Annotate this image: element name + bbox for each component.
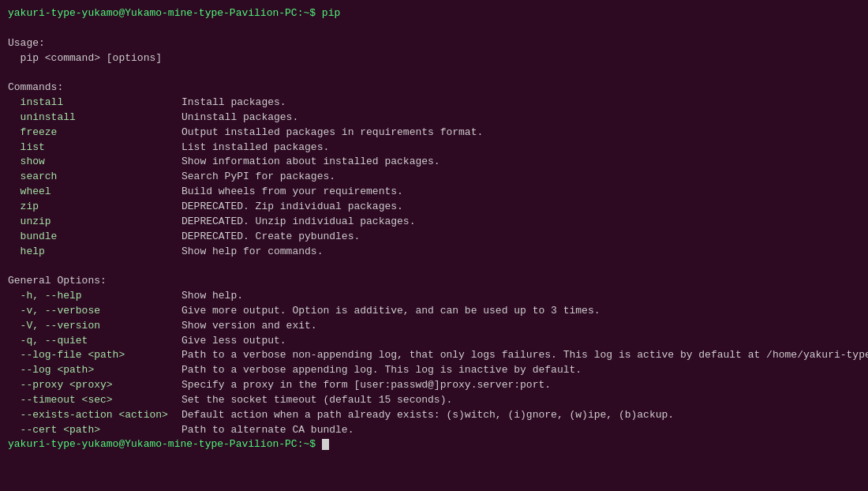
cmd-name: --log-file <path> (8, 348, 181, 363)
terminal-line: --log-file <path>Path to a verbose non-a… (8, 348, 860, 363)
terminal-content: yakuri-type-yukamo@Yukamo-mine-type-Pavi… (8, 6, 860, 452)
cmd-name: zip (8, 200, 181, 215)
cmd-desc: Build wheels from your requirements. (181, 186, 403, 197)
cmd-desc: Specify a proxy in the form [user:passwd… (181, 379, 551, 391)
cmd-desc: Path to a verbose non-appending log, tha… (181, 349, 868, 361)
cmd-desc: DEPRECATED. Zip individual packages. (181, 201, 403, 212)
terminal-line: uninstallUninstall packages. (8, 111, 860, 126)
terminal-line: -q, --quietGive less output. (8, 334, 860, 349)
cmd-name: -h, --help (8, 289, 181, 304)
cmd-name: bundle (8, 230, 181, 245)
section-header: Usage: (8, 37, 45, 49)
cmd-name: search (8, 170, 181, 185)
cmd-desc: List installed packages. (181, 141, 329, 153)
cursor (322, 439, 329, 450)
cmd-desc: Path to alternate CA bundle. (181, 424, 354, 436)
terminal-line: --cert <path>Path to alternate CA bundle… (8, 423, 860, 438)
cmd-desc: Set the socket timeout (default 15 secon… (181, 394, 452, 406)
cmd-desc: DEPRECATED. Unzip individual packages. (181, 216, 415, 227)
terminal-line: --exists-action <action>Default action w… (8, 408, 860, 423)
cmd-desc: Show information about installed package… (181, 156, 440, 167)
terminal-line (8, 259, 860, 274)
cmd-name: wheel (8, 185, 181, 200)
cmd-name: -v, --verbose (8, 304, 181, 319)
cmd-name: --proxy <proxy> (8, 378, 181, 393)
terminal-line: helpShow help for commands. (8, 245, 860, 260)
terminal-line (8, 66, 860, 81)
terminal-line: -v, --verboseGive more output. Option is… (8, 304, 860, 319)
terminal-line: installInstall packages. (8, 96, 860, 111)
terminal-line: listList installed packages. (8, 141, 860, 156)
cmd-desc: Output installed packages in requirement… (181, 126, 483, 138)
cmd-desc: Show help for commands. (181, 246, 323, 257)
terminal-line: pip <command> [options] (8, 51, 860, 66)
terminal-line: Commands: (8, 81, 860, 96)
prompt-text: yakuri-type-yukamo@Yukamo-mine-type-Pavi… (8, 7, 340, 19)
terminal-line: --timeout <sec>Set the socket timeout (d… (8, 393, 860, 408)
terminal-line: --log <path>Path to a verbose appending … (8, 363, 860, 378)
terminal-line: wheelBuild wheels from your requirements… (8, 185, 860, 200)
cmd-name: --cert <path> (8, 423, 181, 438)
final-prompt: yakuri-type-yukamo@Yukamo-mine-type-Pavi… (8, 438, 322, 450)
section-header: General Options: (8, 275, 107, 287)
cmd-name: list (8, 141, 181, 156)
cmd-name: -V, --version (8, 319, 181, 334)
terminal-line: Usage: (8, 36, 860, 51)
terminal-line: bundleDEPRECATED. Create pybundles. (8, 230, 860, 245)
cmd-name: install (8, 96, 181, 111)
cmd-desc: Install packages. (181, 96, 286, 108)
terminal-line: -h, --helpShow help. (8, 289, 860, 304)
cmd-name: --log <path> (8, 363, 181, 378)
terminal-line: searchSearch PyPI for packages. (8, 170, 860, 185)
cmd-name: --timeout <sec> (8, 393, 181, 408)
cmd-desc: Default action when a path already exist… (181, 409, 674, 421)
cmd-name: show (8, 155, 181, 170)
terminal-line: freezeOutput installed packages in requi… (8, 126, 860, 141)
cmd-name: -q, --quiet (8, 334, 181, 349)
terminal-line: unzipDEPRECATED. Unzip individual packag… (8, 215, 860, 230)
cmd-desc: Give more output. Option is additive, an… (181, 305, 600, 317)
terminal-line: showShow information about installed pac… (8, 155, 860, 170)
terminal-line: -V, --versionShow version and exit. (8, 319, 860, 334)
terminal-line: zipDEPRECATED. Zip individual packages. (8, 200, 860, 215)
terminal-line (8, 21, 860, 36)
cmd-desc: Search PyPI for packages. (181, 171, 335, 182)
terminal-line: yakuri-type-yukamo@Yukamo-mine-type-Pavi… (8, 6, 860, 21)
cmd-desc: Uninstall packages. (181, 111, 298, 123)
terminal-window: yakuri-type-yukamo@Yukamo-mine-type-Pavi… (0, 0, 868, 491)
terminal-line: General Options: (8, 274, 860, 289)
terminal-line: --proxy <proxy>Specify a proxy in the fo… (8, 378, 860, 393)
cmd-name: help (8, 245, 181, 260)
terminal-line: yakuri-type-yukamo@Yukamo-mine-type-Pavi… (8, 437, 860, 452)
cmd-desc: DEPRECATED. Create pybundles. (181, 231, 360, 242)
cmd-name: uninstall (8, 111, 181, 126)
cmd-desc: Give less output. (181, 335, 286, 347)
section-header: Commands: (8, 81, 63, 93)
cmd-desc: Show version and exit. (181, 320, 317, 332)
cmd-name: unzip (8, 215, 181, 230)
cmd-name: freeze (8, 126, 181, 141)
cmd-desc: Path to a verbose appending log. This lo… (181, 364, 582, 376)
cmd-desc: Show help. (181, 290, 243, 302)
cmd-name: --exists-action <action> (8, 408, 181, 423)
